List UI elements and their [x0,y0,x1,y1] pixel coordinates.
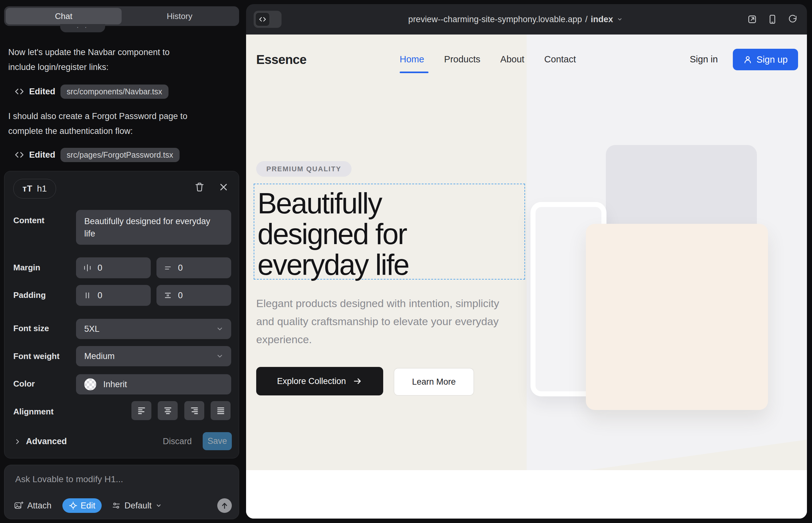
chat-history-tabs: Chat History [4,6,239,26]
font-size-label: Font size [13,324,49,333]
url-path-separator: / [585,15,588,24]
sliders-icon [112,501,121,510]
font-weight-label: Font weight [13,351,59,361]
edited-label: Edited [29,87,55,96]
edit-mode-label: Edit [81,501,96,511]
align-right-button[interactable] [184,401,204,420]
edit-mode-button[interactable]: Edit [63,498,102,513]
align-center-button[interactable] [158,401,178,420]
nav-link-contact[interactable]: Contact [544,54,576,65]
section-below-hero [246,470,807,519]
color-swatch-transparent [84,378,96,390]
margin-horizontal-value: 0 [98,263,102,273]
element-tag-pill: тT h1 [13,179,56,198]
code-icon [15,151,24,159]
font-weight-select[interactable]: Medium [76,346,231,366]
tab-chat[interactable]: Chat [6,8,122,24]
font-size-select[interactable]: 5XL [76,319,231,339]
sign-up-button[interactable]: Sign up [733,49,798,70]
edited-file-row: Edited src/components/Navbar.tsx [15,84,169,99]
attach-image-icon [14,501,23,510]
chat-message: I should also create a Forgot Password p… [8,109,190,139]
user-icon [743,55,752,64]
padding-label: Padding [13,290,46,300]
type-icon: тT [22,184,33,194]
composer-input[interactable] [15,474,218,485]
attach-button[interactable]: Attach [14,501,52,511]
advanced-label: Advanced [26,437,67,446]
send-button[interactable] [217,498,232,513]
nav-link-home[interactable]: Home [400,54,424,65]
preview-url-page: index [590,15,613,24]
edited-file-chip[interactable]: src/components/Navbar.tsx [60,85,169,99]
content-textarea[interactable]: Beautifully designed for everyday life [76,210,231,245]
hero-heading-line: everyday life [258,250,408,280]
edited-file-row: Edited src/pages/ForgotPassword.tsx [15,147,180,162]
alignment-label: Alignment [13,407,54,417]
tab-history[interactable]: History [122,8,237,24]
hero-heading: Beautifully designed for everyday life [258,188,408,280]
code-icon [15,87,24,96]
explore-collection-label: Explore Collection [277,376,346,386]
close-panel-button[interactable] [217,181,230,194]
preview-url-host: preview--charming-site-symphony.lovable.… [408,15,582,24]
margin-vertical-value: 0 [178,263,183,273]
attach-label: Attach [27,501,52,511]
padding-horizontal-value: 0 [98,291,102,301]
nav-link-products[interactable]: Products [444,54,480,65]
discard-button[interactable]: Discard [163,437,192,446]
chevron-right-icon [14,438,21,445]
external-link-icon [747,15,757,24]
font-size-value: 5XL [84,324,100,334]
scrolled-chip-fragment[interactable]: · · [60,24,105,32]
refresh-button[interactable] [788,15,797,24]
arrow-up-icon [220,502,229,510]
learn-more-button[interactable]: Learn More [394,368,474,396]
padding-vertical-input[interactable]: 0 [156,285,231,306]
explore-collection-button[interactable]: Explore Collection [256,367,383,395]
sign-up-label: Sign up [757,54,788,65]
hero-heading-line: Beautifully [258,188,408,219]
browser-bar-actions [747,4,797,35]
sign-in-link[interactable]: Sign in [690,54,718,65]
active-nav-underline [400,72,428,73]
delete-element-button[interactable] [193,181,206,194]
padding-vertical-icon [163,291,172,300]
padding-horizontal-input[interactable]: 0 [76,285,151,306]
nav-link-about[interactable]: About [500,54,525,65]
content-label: Content [13,216,44,226]
element-inspector-panel: тT h1 Content Beautifully designed for e… [4,171,239,458]
decorative-card-beige [586,224,768,410]
chat-message: Now let's update the Navbar component to… [8,45,190,75]
advanced-toggle[interactable]: Advanced [14,437,67,446]
edited-file-chip[interactable]: src/pages/ForgotPassword.tsx [60,148,180,162]
left-sidebar: Chat History · · Now let's update the Na… [0,0,247,523]
chevron-down-icon [216,353,224,360]
preview-site: Essence Home Products About Contact Sign… [246,35,807,519]
model-selector[interactable]: Default [112,501,162,511]
align-left-button[interactable] [131,401,152,420]
mobile-phone-icon [768,14,777,25]
edited-label: Edited [29,150,55,160]
preview-url-selector[interactable]: preview--charming-site-symphony.lovable.… [246,4,796,35]
margin-horizontal-input[interactable]: 0 [76,257,151,278]
mobile-view-button[interactable] [768,14,777,25]
chevron-down-icon [156,502,162,509]
refresh-icon [788,15,797,24]
margin-vertical-input[interactable]: 0 [156,257,231,278]
composer-toolbar: Attach Edit [14,498,232,513]
app-window: Chat History · · Now let's update the Na… [0,0,812,523]
padding-vertical-value: 0 [178,291,183,301]
align-justify-button[interactable] [211,401,231,420]
chevron-down-icon [216,325,224,333]
site-logo[interactable]: Essence [256,53,306,67]
save-button[interactable]: Save [203,432,232,450]
padding-horizontal-icon [83,291,92,300]
margin-vertical-icon [163,264,172,272]
chat-composer: Attach Edit [4,465,239,519]
color-select[interactable]: Inherit [76,374,231,395]
target-icon [69,501,77,510]
selected-element-outline: Beautifully designed for everyday life [254,184,525,279]
color-label: Color [13,379,35,389]
open-in-new-tab-button[interactable] [747,15,757,24]
